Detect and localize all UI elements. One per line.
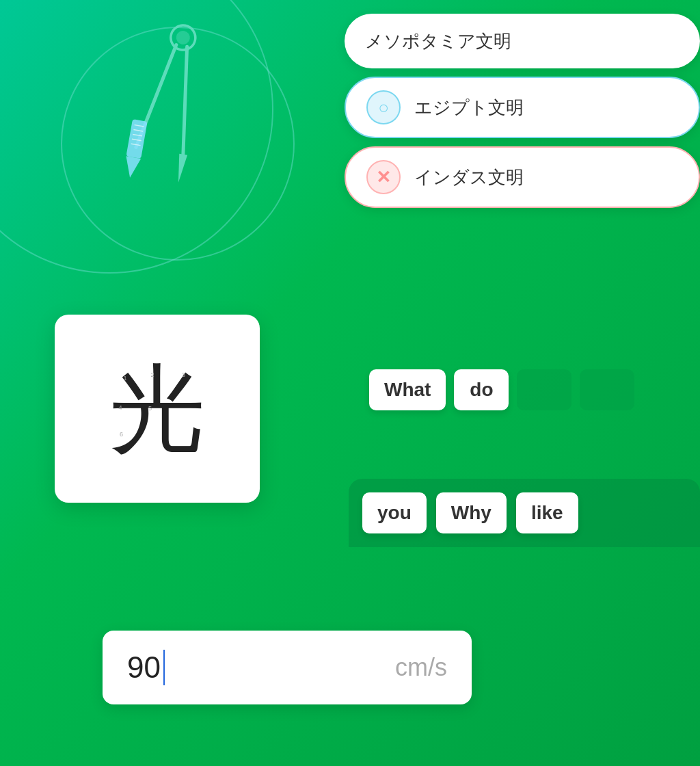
- svg-marker-12: [174, 154, 187, 183]
- svg-text:1: 1: [124, 374, 127, 381]
- tile-blank-1: [517, 369, 571, 410]
- tile-why[interactable]: Why: [436, 492, 507, 533]
- svg-marker-6: [122, 156, 141, 179]
- answer-card-indus-text: インダス文明: [414, 166, 524, 189]
- word-tiles-area: What do: [362, 369, 700, 420]
- input-value: 90: [127, 650, 161, 685]
- answer-card-egypt[interactable]: ○ エジプト文明: [345, 77, 700, 138]
- tile-what[interactable]: What: [369, 369, 446, 410]
- incorrect-icon: ✕: [366, 160, 401, 194]
- svg-text:4: 4: [119, 404, 122, 411]
- tile-blank-2: [580, 369, 634, 410]
- answer-card-mesopotamia[interactable]: メソポタミア文明: [345, 14, 700, 68]
- svg-text:2: 2: [151, 371, 154, 378]
- answer-card-indus[interactable]: ✕ インダス文明: [345, 146, 700, 208]
- input-unit: cm/s: [395, 653, 447, 682]
- svg-point-0: [62, 27, 294, 260]
- svg-text:5: 5: [148, 405, 152, 412]
- answer-card-mesopotamia-text: メソポタミア文明: [365, 29, 511, 53]
- kanji-card: 1 2 3 4 5 6 光: [55, 315, 260, 503]
- tile-you[interactable]: you: [362, 492, 427, 533]
- tile-like[interactable]: like: [516, 492, 578, 533]
- svg-text:6: 6: [120, 430, 123, 437]
- kanji-character: 1 2 3 4 5 6 光: [109, 361, 205, 457]
- input-container: 90 cm/s: [103, 631, 472, 704]
- word-tiles-row-2: you Why like: [362, 492, 686, 533]
- tile-do[interactable]: do: [454, 369, 509, 410]
- correct-icon: ○: [366, 90, 401, 124]
- word-tiles-row-1: What do: [362, 369, 700, 410]
- answer-card-egypt-text: エジプト文明: [414, 96, 524, 120]
- svg-line-4: [168, 47, 202, 155]
- compass-illustration: [55, 7, 301, 267]
- svg-point-2: [175, 29, 191, 45]
- word-tiles-bottom-panel: you Why like: [349, 479, 700, 547]
- svg-text:3: 3: [182, 371, 185, 378]
- input-cursor: [163, 650, 165, 685]
- numeric-input-display[interactable]: 90 cm/s: [103, 631, 472, 704]
- answer-cards-container: メソポタミア文明 ○ エジプト文明 ✕ インダス文明: [331, 0, 700, 208]
